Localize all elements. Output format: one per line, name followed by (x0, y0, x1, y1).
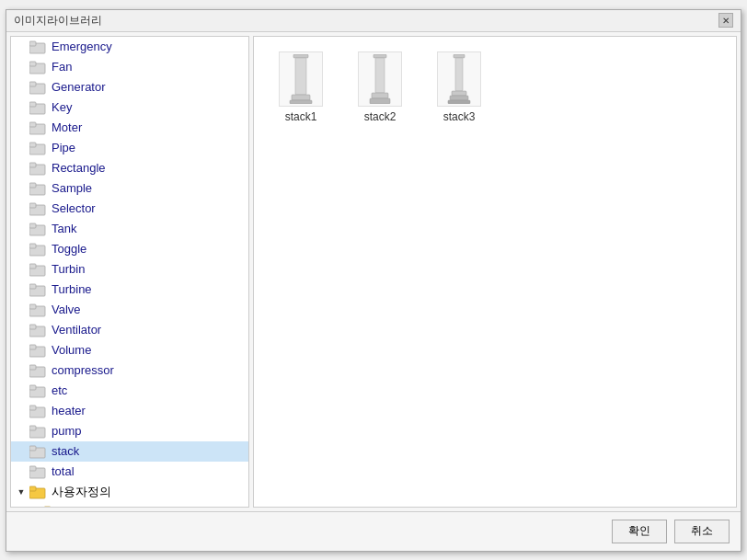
svg-rect-41 (29, 446, 36, 451)
svg-rect-25 (29, 284, 36, 289)
cancel-button[interactable]: 취소 (674, 520, 730, 543)
folder-icon (29, 485, 48, 499)
tree-item-turbin[interactable]: Turbin (11, 259, 248, 280)
dialog: 이미지라이브러리 ✕ Emergency Fan Generator Key (6, 9, 741, 552)
tree-label-total: total (52, 464, 75, 478)
folder-icon (29, 363, 48, 378)
tree-item-selector[interactable]: Selector (11, 199, 248, 219)
image-item-stack1[interactable]: stack1 (269, 51, 333, 123)
svg-rect-23 (29, 264, 36, 269)
tree-item-ventilator[interactable]: Ventilator (11, 320, 248, 340)
folder-icon (29, 383, 48, 398)
close-button[interactable]: ✕ (718, 13, 733, 28)
tree-item-tank[interactable]: Tank (11, 219, 248, 239)
svg-rect-9 (29, 122, 36, 127)
tree-label-valve: Valve (52, 303, 81, 316)
tree-item-total[interactable]: total (11, 462, 248, 482)
main-content: Emergency Fan Generator Key Moter Pipe R… (6, 32, 741, 511)
image-label-stack2: stack2 (364, 110, 396, 123)
svg-rect-33 (29, 365, 36, 370)
svg-rect-59 (450, 96, 468, 100)
tree-item-generator[interactable]: Generator (11, 77, 248, 97)
tree-label-user-defined: 사용자정의 (52, 484, 111, 500)
tree-label-sample: Sample (52, 181, 92, 195)
tree-item-turbine[interactable]: Turbine (11, 280, 248, 300)
image-item-stack2[interactable]: stack2 (348, 51, 412, 123)
svg-rect-17 (29, 203, 36, 208)
tree-label-ventilator: Ventilator (52, 323, 101, 337)
folder-icon (29, 80, 48, 95)
svg-rect-47 (44, 507, 51, 508)
bottom-bar: 확인 취소 (6, 511, 741, 551)
svg-rect-48 (293, 54, 308, 58)
tree-item-emergency[interactable]: Emergency (11, 37, 248, 57)
tree-item-key[interactable]: Key (11, 97, 248, 118)
image-label-stack1: stack1 (285, 110, 317, 123)
tree-item-pump[interactable]: pump (11, 421, 248, 441)
svg-rect-43 (29, 466, 36, 471)
folder-icon (29, 343, 48, 358)
folder-icon (29, 201, 48, 216)
image-thumbnail (358, 51, 402, 107)
svg-rect-7 (29, 102, 36, 107)
confirm-button[interactable]: 확인 (612, 520, 667, 543)
right-panel: stack1 stack2 stack3 (253, 36, 737, 508)
tree-item-fan[interactable]: Fan (11, 57, 248, 77)
tree-item-volume[interactable]: Volume (11, 340, 248, 360)
svg-rect-60 (448, 100, 470, 104)
tree-item-etc[interactable]: etc (11, 381, 248, 401)
image-thumbnail (279, 51, 323, 107)
folder-icon (29, 161, 48, 176)
tree-item-stack[interactable]: stack (11, 441, 248, 462)
tree-item-moter[interactable]: Moter (11, 118, 248, 138)
folder-icon (29, 100, 48, 115)
tree-item-pipe[interactable]: Pipe (11, 138, 248, 158)
folder-icon (44, 505, 63, 508)
folder-icon (29, 424, 48, 439)
svg-rect-21 (29, 244, 36, 248)
svg-rect-27 (29, 304, 36, 309)
tree-label-heater: heater (52, 404, 86, 417)
tree-item-rectangle[interactable]: Rectangle (11, 158, 248, 178)
svg-rect-55 (370, 98, 390, 104)
dialog-title: 이미지라이브러리 (14, 13, 102, 29)
svg-rect-11 (29, 143, 36, 147)
folder-icon (29, 181, 48, 196)
svg-rect-56 (454, 54, 465, 58)
folder-icon (29, 60, 48, 74)
folder-icon (29, 282, 48, 297)
image-item-stack3[interactable]: stack3 (427, 51, 491, 123)
svg-rect-37 (29, 406, 36, 410)
tree-label-moter: Moter (52, 120, 82, 134)
tree-label-turbin: Turbin (52, 262, 85, 276)
tree-label-toggle: Toggle (52, 242, 86, 256)
image-thumbnail (437, 51, 481, 107)
left-panel[interactable]: Emergency Fan Generator Key Moter Pipe R… (10, 36, 249, 508)
image-label-stack3: stack3 (443, 110, 476, 123)
svg-rect-13 (29, 163, 36, 167)
svg-rect-3 (29, 62, 36, 66)
tree-label-generator: Generator (52, 80, 106, 94)
tree-item-user-defined[interactable]: ▼ 사용자정의 (11, 482, 248, 502)
tree-label-emergency: Emergency (52, 40, 112, 53)
svg-rect-15 (29, 183, 36, 188)
close-icon: ✕ (722, 16, 730, 26)
tree-item-sample[interactable]: Sample (11, 178, 248, 199)
tree-item-toggle[interactable]: Toggle (11, 239, 248, 259)
svg-rect-58 (452, 91, 466, 96)
svg-rect-5 (29, 82, 36, 86)
tree-item-compressor[interactable]: compressor (11, 360, 248, 381)
tree-item-valve[interactable]: Valve (11, 300, 248, 320)
tree-item-new-folder1[interactable]: 새폴더1 (11, 502, 248, 508)
svg-rect-45 (29, 486, 36, 491)
tree-label-fan: Fan (52, 60, 72, 74)
tree-label-turbine: Turbine (52, 282, 92, 296)
tree-label-compressor: compressor (52, 363, 114, 377)
svg-rect-1 (29, 41, 36, 46)
tree-label-tank: Tank (52, 222, 76, 235)
folder-icon (29, 303, 48, 317)
svg-rect-19 (29, 223, 36, 228)
svg-rect-53 (375, 58, 385, 93)
tree-item-heater[interactable]: heater (11, 401, 248, 421)
tree-label-key: Key (52, 100, 72, 114)
